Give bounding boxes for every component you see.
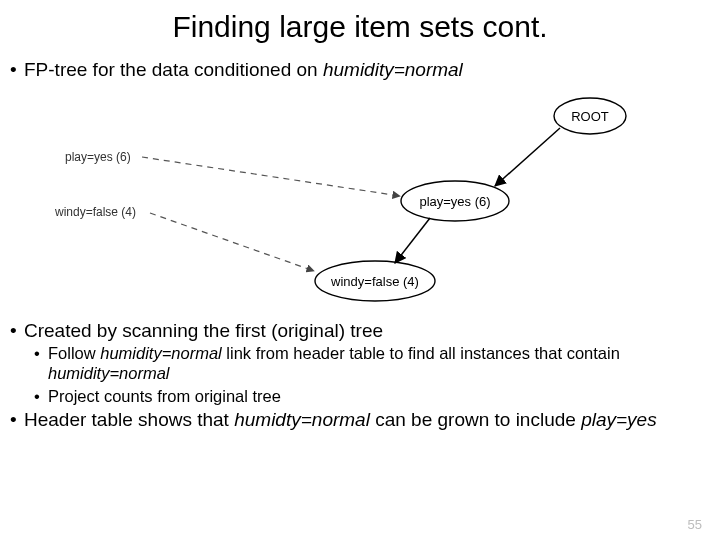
header-windy-false: windy=false (4): [54, 205, 136, 219]
edge-play-windy: [395, 218, 430, 263]
bottom-bullets: Created by scanning the first (original)…: [0, 319, 720, 432]
text-italic: play=yes: [581, 409, 657, 430]
play-label: play=yes (6): [419, 194, 490, 209]
node-windy-false: windy=false (4): [315, 261, 435, 301]
text-italic: humidity=normal: [323, 59, 463, 80]
bullet-project: Project counts from original tree: [48, 386, 700, 407]
text: can be grown to include: [370, 409, 581, 430]
bullet-created: Created by scanning the first (original)…: [24, 319, 700, 407]
slide-title: Finding large item sets cont.: [0, 0, 720, 58]
root-label: ROOT: [571, 109, 609, 124]
text: Project counts from original tree: [48, 387, 281, 405]
text-italic: humidty=normal: [234, 409, 370, 430]
text: FP-tree for the data conditioned on: [24, 59, 323, 80]
edge-root-play: [495, 128, 560, 186]
text: link from header table to find all insta…: [222, 344, 620, 362]
fp-tree-diagram: ROOT play=yes (6) windy=false (4) play=y…: [0, 86, 720, 311]
text: Header table shows that: [24, 409, 234, 430]
text: Created by scanning the first (original)…: [24, 320, 383, 341]
bullet-fp-tree: FP-tree for the data conditioned on humi…: [24, 58, 700, 82]
windy-label: windy=false (4): [330, 274, 419, 289]
node-play-yes: play=yes (6): [401, 181, 509, 221]
link-header-play: [142, 157, 400, 196]
node-root: ROOT: [554, 98, 626, 134]
bullet-header-table: Header table shows that humidty=normal c…: [24, 408, 700, 432]
page-number: 55: [688, 517, 702, 532]
link-header-windy: [150, 213, 314, 271]
header-play-yes: play=yes (6): [65, 150, 131, 164]
top-bullets: FP-tree for the data conditioned on humi…: [0, 58, 720, 82]
bullet-follow: Follow humidity=normal link from header …: [48, 343, 700, 384]
text-italic: humidity=normal: [100, 344, 222, 362]
text-italic: humidity=normal: [48, 364, 170, 382]
text: Follow: [48, 344, 100, 362]
